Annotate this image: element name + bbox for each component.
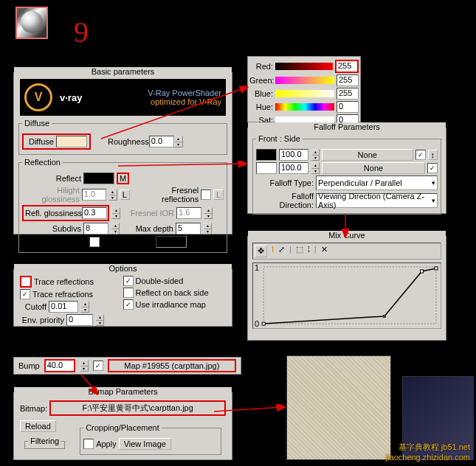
vray-logo-icon: V [24,83,52,111]
blue-slider[interactable] [275,90,334,97]
maxdepth-label: Max depth [122,224,173,233]
fresnel-ior-label: Fresnel IOR [123,209,174,218]
zoom-icon[interactable]: ⤢ [278,245,285,257]
trace-refr-checkbox[interactable]: ✓ [20,289,30,299]
red-slider[interactable] [275,63,333,70]
roughness-spinner[interactable]: ▴▾ [174,136,183,147]
falloff-v1-input[interactable]: 100.0 [279,149,308,161]
blue-label: Blue: [249,89,273,98]
reflect-map-button[interactable]: M [117,173,129,184]
maxdepth-spinner[interactable]: ▴▾ [203,223,212,234]
fresnel-ior-input[interactable]: 1.6 [176,207,201,219]
red-input[interactable]: 255 [335,60,359,73]
subdivs-input[interactable]: 8 [83,223,108,234]
env-input[interactable]: 0 [66,314,93,326]
interp-checkbox[interactable] [89,237,100,247]
subdivs-spinner[interactable]: ▴▾ [111,223,120,234]
color-picker-panel: Red:255 Green:255 Blue:255 Hue:0 Sat:0 V… [247,56,361,122]
svg-rect-2 [383,315,386,318]
bump-checkbox[interactable]: ✓ [93,361,103,371]
move-icon[interactable]: ✥ [255,245,267,257]
add-point-icon[interactable]: ⬚ [296,245,303,257]
refl-gloss-label: Refl. glossiness [24,209,82,218]
falloff-v2-spinner[interactable]: ▴▾ [311,162,320,174]
double-sided-label: Double-sided [136,277,184,285]
reflect-back-checkbox[interactable] [123,288,134,298]
bezier-icon[interactable]: ⵂ [308,245,310,257]
diffuse-swatch[interactable] [56,136,87,147]
falloff-chk2[interactable]: ✓ [427,163,438,173]
falloff-v2-input[interactable]: 100.0 [279,162,308,174]
hilight-gloss-label: Hilight glossiness [22,186,80,204]
cutoff-spinner[interactable]: ▴▾ [80,301,89,313]
scale-icon[interactable]: Ⅰ [272,245,274,257]
hue-input[interactable]: 0 [337,101,359,113]
bitmap-label: Bitmap: [20,404,47,413]
mixcurve-graph[interactable]: 1 0 [252,262,441,329]
mix-curve-panel: Mix Curve ✥ Ⅰ ⤢ | ⬚ ⵂ | ✕ 1 0 [247,236,446,341]
reflg-spinner[interactable]: ▴▾ [111,207,120,219]
falloff-swap-button[interactable]: ↕ [428,150,438,160]
falloff-type-select[interactable]: Perpendicular / Parallel [316,175,438,190]
green-slider[interactable] [275,77,334,84]
env-spinner[interactable]: ▴▾ [95,314,104,326]
maxdepth-input[interactable]: 5 [176,223,201,234]
cutoff-input[interactable]: 0.01 [49,301,78,313]
falloff-chk1[interactable]: ✓ [415,150,426,160]
svg-rect-4 [435,267,438,270]
roughness-input[interactable]: 0.0 [149,136,174,147]
preview-sphere-thumbnail [15,7,48,39]
front-side-legend: Front : Side [256,134,303,143]
delete-icon[interactable]: ✕ [321,245,328,257]
vray-tagline-1: V-Ray PowerShader [89,88,221,97]
env-label: Env. priority [20,316,64,324]
falloff-dir-label: Falloff Direction: [256,192,314,209]
reflect-swatch[interactable] [83,173,114,184]
falloff-params-panel: Falloff Parameters Front : Side 100.0▴▾ … [247,128,446,214]
falloff-swatch-2[interactable] [256,162,277,174]
panel-title: Basic parameters [14,67,232,76]
diffuse-group: Diffuse Diffuse Roughness 0.0 ▴▾ [18,119,227,155]
green-input[interactable]: 255 [337,74,359,86]
bitmap-path-button[interactable]: F:\平安里黄哥中式\carpttan.jpg [49,400,226,416]
apply-label: Apply [96,439,117,448]
bitmap-title: Bitmap Parameters [14,387,232,396]
falloff-map1-button[interactable]: None [322,149,413,161]
reflection-group: Reflection Reflect M Hilight glossiness … [18,158,227,253]
diffuse-label: Diffuse [26,137,54,146]
view-image-button[interactable]: View Image [119,438,171,450]
trace-refl-checkbox[interactable] [20,276,32,288]
trace-refl-label: Trace reflections [34,277,94,286]
subdivs-label: Subdivs [22,224,81,233]
falloff-dir-select[interactable]: Viewing Direction (Camera Z-Axis) [316,193,438,208]
blue-input[interactable]: 255 [337,88,359,100]
crop-legend: Cropping/Placement [83,423,162,432]
use-irr-checkbox[interactable]: ✓ [123,299,134,310]
falloff-v1-spinner[interactable]: ▴▾ [311,149,320,161]
apply-checkbox[interactable] [83,439,94,449]
hilight-gloss-input[interactable]: 1.0 [82,189,106,201]
fresnel-checkbox[interactable] [201,189,211,200]
fresnel-label: Fresnel reflections [134,186,199,204]
fresnel-ior-spinner[interactable]: ▴▾ [204,207,213,219]
falloff-map2-button[interactable]: None [322,162,425,174]
bump-row: Bump 40.0 ▴▾ ✓ Map #19955 (carpttan.jpg) [13,357,241,375]
bump-map-button[interactable]: Map #19955 (carpttan.jpg) [108,359,236,372]
fresnel-lock-button[interactable]: L [213,189,224,200]
bump-spinner[interactable]: ▴▾ [80,360,89,372]
double-sided-checkbox[interactable]: ✓ [123,276,134,286]
bump-value[interactable]: 40.0 [44,359,75,372]
red-label: Red: [249,62,273,71]
falloff-swatch-1[interactable] [256,149,277,161]
refl-gloss-input[interactable]: 0.3 [82,207,107,219]
options-title: Options [14,264,232,273]
watermark: 基字典教程 jb51.netjiaocheng.zhizidan.com [386,442,470,462]
annotation-number: 9 [74,15,89,49]
hue-label: Hue: [249,102,273,111]
hue-slider[interactable] [275,103,334,111]
exit-color-swatch[interactable] [156,236,187,248]
hilight-spinner[interactable]: ▴▾ [108,189,117,201]
reload-button[interactable]: Reload [20,420,56,432]
vray-tagline-2: optimized for V-Ray [89,97,221,106]
hilight-lock-button[interactable]: L [120,189,130,200]
